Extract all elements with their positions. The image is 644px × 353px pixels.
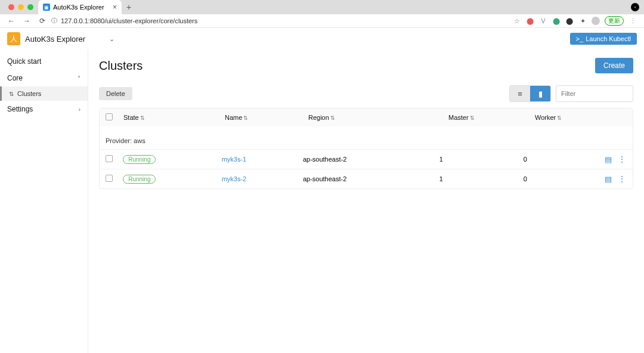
column-header-worker[interactable]: Worker⇅ bbox=[535, 114, 618, 121]
explorer-icon[interactable]: ▤ bbox=[605, 175, 612, 184]
address-bar[interactable]: ⓘ 127.0.0.1:8080/ui/cluster-explorer/cor… bbox=[51, 17, 510, 25]
extension-icons: ☆ ⬤ V ⬤ ⬤ ✦ 更新 ⋮ bbox=[513, 16, 639, 26]
tab-strip: ▣ AutoK3s Explorer × + ◦ bbox=[0, 0, 644, 14]
column-header-region[interactable]: Region⇅ bbox=[308, 114, 448, 121]
browser-menu-icon[interactable]: ⋮ bbox=[628, 17, 637, 25]
select-all-checkbox[interactable] bbox=[106, 113, 113, 120]
window-maximize-icon[interactable] bbox=[27, 4, 33, 10]
extension-chat-icon[interactable]: ⬤ bbox=[552, 17, 561, 25]
sidebar-item-core[interactable]: Core ˄ bbox=[0, 70, 88, 86]
filter-input[interactable] bbox=[556, 85, 633, 102]
window-close-icon[interactable] bbox=[8, 4, 14, 10]
sidebar-item-quickstart[interactable]: Quick start bbox=[0, 53, 88, 70]
list-icon: ≡ bbox=[518, 89, 522, 98]
window-minimize-icon[interactable] bbox=[18, 4, 24, 10]
master-cell: 1 bbox=[439, 175, 443, 182]
chevron-up-icon: ˄ bbox=[78, 75, 80, 82]
browser-badge-icon[interactable]: ◦ bbox=[631, 3, 639, 11]
state-badge: Running bbox=[123, 155, 156, 164]
cluster-name-link[interactable]: myk3s-1 bbox=[222, 156, 247, 163]
sort-icon: ⇅ bbox=[557, 115, 562, 121]
extension-pocket-icon[interactable]: ⬤ bbox=[565, 17, 574, 25]
group-label-prefix: Provider: bbox=[106, 137, 134, 144]
column-header-name[interactable]: Name⇅ bbox=[225, 114, 308, 121]
window-controls bbox=[4, 4, 38, 10]
row-menu-icon[interactable]: ⋮ bbox=[618, 174, 627, 184]
app-switcher-chevron-icon[interactable]: ⌄ bbox=[109, 35, 114, 43]
column-header-state[interactable]: State⇅ bbox=[123, 114, 225, 121]
sidebar-item-settings[interactable]: Settings › bbox=[0, 101, 88, 117]
back-button[interactable]: ← bbox=[5, 16, 18, 26]
sidebar-item-label: Quick start bbox=[7, 57, 41, 66]
view-toggle: ≡ ▮ bbox=[509, 85, 551, 102]
folder-icon: ▮ bbox=[538, 89, 543, 98]
app-header: 人 AutoK3s Explorer ⌄ >_ Launch Kubectl bbox=[0, 28, 644, 49]
main-content: Clusters Create Delete ≡ ▮ State⇅ Name⇅ … bbox=[88, 49, 644, 353]
worker-cell: 0 bbox=[524, 156, 527, 163]
state-badge: Running bbox=[123, 175, 156, 184]
toolbar: Delete ≡ ▮ bbox=[99, 85, 633, 102]
table-row: Running myk3s-1 ap-southeast-2 1 0 ▤ ⋮ bbox=[100, 149, 633, 169]
chevron-right-icon: › bbox=[79, 106, 80, 113]
row-checkbox[interactable] bbox=[106, 175, 113, 182]
extensions-puzzle-icon[interactable]: ✦ bbox=[578, 17, 587, 25]
table-row: Running myk3s-2 ap-southeast-2 1 0 ▤ ⋮ bbox=[100, 169, 633, 188]
sort-icon: ⇅ bbox=[243, 115, 248, 121]
region-cell: ap-southeast-2 bbox=[303, 156, 346, 163]
page-title: Clusters bbox=[99, 59, 143, 73]
adjust-icon: ⇅ bbox=[9, 91, 14, 97]
tab-title: AutoK3s Explorer bbox=[53, 4, 104, 11]
extension-adblock-icon[interactable]: ⬤ bbox=[526, 17, 534, 25]
terminal-icon: >_ bbox=[576, 35, 584, 42]
sort-icon: ⇅ bbox=[330, 115, 335, 121]
extension-vimium-icon[interactable]: V bbox=[539, 17, 547, 25]
forward-button[interactable]: → bbox=[20, 16, 33, 26]
cluster-name-link[interactable]: myk3s-2 bbox=[222, 175, 247, 182]
sidebar-item-clusters[interactable]: ⇅ Clusters bbox=[0, 86, 88, 101]
sort-icon: ⇅ bbox=[140, 115, 145, 121]
browser-chrome: ▣ AutoK3s Explorer × + ◦ ← → ⟳ ⓘ 127.0.0… bbox=[0, 0, 644, 28]
tab-favicon-icon: ▣ bbox=[43, 4, 50, 11]
row-menu-icon[interactable]: ⋮ bbox=[618, 154, 627, 164]
sort-icon: ⇅ bbox=[470, 115, 475, 121]
worker-cell: 0 bbox=[524, 175, 527, 182]
sidebar-item-label: Clusters bbox=[17, 90, 41, 97]
clusters-table: State⇅ Name⇅ Region⇅ Master⇅ Worker⇅ Pro… bbox=[99, 108, 633, 189]
group-header: Provider: aws bbox=[100, 126, 633, 149]
group-value: aws bbox=[134, 137, 145, 144]
new-tab-button[interactable]: + bbox=[122, 2, 136, 12]
profile-avatar-icon[interactable] bbox=[592, 17, 600, 25]
tab-close-icon[interactable]: × bbox=[113, 3, 117, 11]
list-view-button[interactable]: ≡ bbox=[510, 86, 530, 101]
create-button[interactable]: Create bbox=[595, 58, 633, 73]
region-cell: ap-southeast-2 bbox=[303, 175, 346, 182]
app-logo-icon: 人 bbox=[7, 32, 20, 45]
browser-update-button[interactable]: 更新 bbox=[605, 16, 624, 26]
column-header-master[interactable]: Master⇅ bbox=[448, 114, 535, 121]
sidebar: Quick start Core ˄ ⇅ Clusters Settings › bbox=[0, 49, 88, 353]
reload-button[interactable]: ⟳ bbox=[36, 16, 49, 26]
site-info-icon[interactable]: ⓘ bbox=[51, 17, 57, 25]
launch-kubectl-button[interactable]: >_ Launch Kubectl bbox=[570, 33, 637, 45]
row-checkbox[interactable] bbox=[106, 155, 113, 162]
bookmark-star-icon[interactable]: ☆ bbox=[513, 17, 521, 25]
browser-tab[interactable]: ▣ AutoK3s Explorer × bbox=[38, 0, 122, 14]
explorer-icon[interactable]: ▤ bbox=[605, 155, 612, 164]
launch-kubectl-label: Launch Kubectl bbox=[586, 35, 631, 42]
group-view-button[interactable]: ▮ bbox=[530, 86, 550, 101]
url-text: 127.0.0.1:8080/ui/cluster-explorer/core/… bbox=[61, 17, 197, 24]
master-cell: 1 bbox=[439, 156, 443, 163]
table-header-row: State⇅ Name⇅ Region⇅ Master⇅ Worker⇅ bbox=[100, 109, 633, 126]
sidebar-item-label: Core bbox=[7, 74, 23, 82]
delete-button[interactable]: Delete bbox=[99, 87, 132, 100]
browser-toolbar: ← → ⟳ ⓘ 127.0.0.1:8080/ui/cluster-explor… bbox=[0, 14, 644, 28]
sidebar-item-label: Settings bbox=[7, 105, 33, 113]
app-title: AutoK3s Explorer bbox=[25, 35, 85, 44]
